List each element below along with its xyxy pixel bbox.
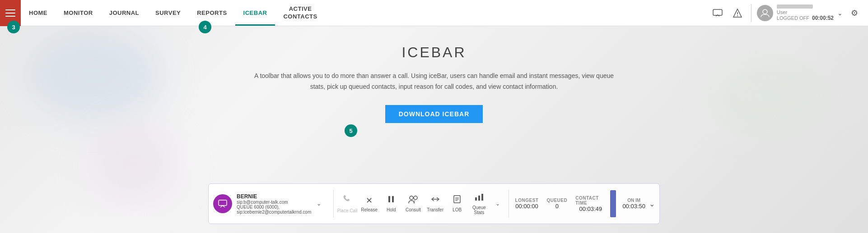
hamburger-line [5,9,15,10]
svg-point-7 [410,196,413,200]
stat-longest-value: 00:00:00 [515,203,538,210]
stats-section: LONGEST 00:00:00 QUEUED 0 CONTACT TIME 0… [515,196,606,212]
page-title: ICEBAR [401,44,466,61]
lob-label: LOB [453,207,462,212]
hold-icon [387,195,395,206]
stat-contact-time: CONTACT TIME 00:03:49 [575,196,606,212]
hold-button[interactable]: Hold [380,195,402,212]
page-description: A toolbar that allows you to do more tha… [253,71,615,92]
consult-icon [408,195,418,206]
svg-rect-0 [713,9,722,15]
nav-item-monitor[interactable]: MONITOR [56,0,101,26]
stat-queued-value: 0 [555,203,559,210]
on-im-section: ON IM 00:03:50 [622,198,645,210]
navbar: HOME MONITOR JOURNAL SURVEY REPORTS ICEB… [0,0,868,26]
transfer-label: Transfer [427,207,443,212]
stat-contact-time-label: CONTACT TIME [575,196,606,206]
bg-decoration-2 [710,62,823,130]
icebar-toolbar: BERNIE sip:b@computer-talk.com QUEUE 600… [208,183,660,224]
contact-expand-button[interactable]: ⌄ [314,198,324,209]
place-call-icon [342,194,352,206]
main-content: ICEBAR A toolbar that allows you to do m… [0,26,868,233]
badge-3: 3 [7,21,20,33]
user-info: User LOGGED OFF 00:00:52 [777,5,834,21]
toolbar-chevron-icon[interactable]: ⌄ [649,200,655,208]
queue-stats-button[interactable]: Queue Stats [468,193,490,215]
status-bar [610,190,616,217]
nav-item-survey[interactable]: SURVEY [147,0,189,26]
bg-decoration-1 [27,31,163,121]
tools-expand-button[interactable]: ⌄ [493,198,503,209]
transfer-button[interactable]: Transfer [424,195,446,212]
svg-point-2 [737,15,738,16]
place-call-label: Place Call [337,208,357,213]
nav-items: HOME MONITOR JOURNAL SURVEY REPORTS ICEB… [21,0,709,26]
svg-rect-4 [219,200,227,206]
stat-queued: QUEUED 0 [546,198,567,210]
consult-button[interactable]: Consult [402,195,425,212]
download-icebar-button[interactable]: DOWNLOAD ICEBAR [385,105,483,123]
toolbar-divider-1 [333,190,334,217]
hold-label: Hold [387,207,396,212]
user-name-bar [777,5,813,9]
place-call-button[interactable]: Place Call [336,194,359,213]
release-button[interactable]: ✕ Release [358,196,380,212]
svg-rect-14 [478,196,480,201]
nav-item-journal[interactable]: JOURNAL [101,0,147,26]
stat-contact-time-value: 00:03:49 [579,206,602,212]
gear-icon-button[interactable]: ⚙ [846,5,863,21]
nav-item-icebar[interactable]: ICEBAR [235,0,275,26]
alert-icon-button[interactable] [729,5,746,21]
release-label: Release [361,207,378,212]
user-section[interactable]: User LOGGED OFF 00:00:52 ⌄ [757,5,843,21]
contact-name: BERNIE [237,193,311,200]
queue-stats-icon [474,193,484,203]
contact-info: BERNIE sip:b@computer-talk.com QUEUE 600… [237,193,311,215]
toolbar-divider-2 [509,190,509,217]
lob-button[interactable]: LOB [446,195,468,212]
user-chevron-icon[interactable]: ⌄ [837,9,843,17]
stat-longest-label: LONGEST [515,198,539,203]
stat-queued-label: QUEUED [546,198,567,203]
svg-rect-5 [388,196,390,202]
transfer-icon [430,195,440,206]
release-icon: ✕ [366,196,373,206]
badge-4: 4 [199,21,211,33]
consult-label: Consult [406,207,421,212]
svg-rect-15 [481,194,483,201]
nav-item-active-contacts[interactable]: ACTIVECONTACTS [275,0,325,26]
contact-sip2: sip:icebernie2@computertalkrnd.com [237,210,311,215]
queue-stats-label: Queue Stats [468,205,490,215]
nav-right: User LOGGED OFF 00:00:52 ⌄ ⚙ [709,4,868,22]
hamburger-line [5,16,15,17]
svg-point-8 [414,196,417,200]
hamburger-line [5,13,15,14]
contact-queue: QUEUE 6000 (6000), [237,205,311,210]
on-im-label: ON IM [627,198,640,203]
badge-5: 5 [345,124,357,137]
contact-avatar [213,194,232,213]
svg-point-3 [763,9,767,14]
svg-rect-13 [475,197,477,201]
nav-item-reports[interactable]: REPORTS [189,0,235,26]
lob-icon [453,195,461,206]
stat-longest: LONGEST 00:00:00 [515,198,539,210]
svg-rect-6 [392,196,394,202]
chat-icon-button[interactable] [709,5,726,21]
nav-divider [751,4,751,22]
on-im-time: 00:03:50 [622,203,645,210]
user-label: User [777,9,834,15]
user-avatar [757,5,773,21]
user-status: LOGGED OFF [777,15,809,21]
bg-decoration-3 [90,125,181,206]
nav-item-home[interactable]: HOME [21,0,56,26]
contact-sip1: sip:b@computer-talk.com [237,200,311,205]
user-time: 00:00:52 [812,15,834,21]
